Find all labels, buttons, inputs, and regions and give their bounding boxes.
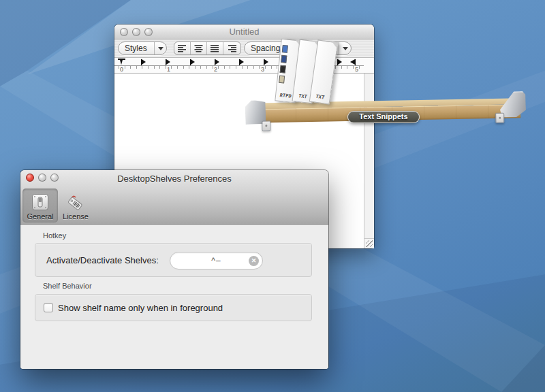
tab-stop-marker[interactable] (215, 59, 215, 65)
align-center-button[interactable] (191, 42, 207, 54)
hotkey-input[interactable]: ^– ✕ (170, 252, 263, 270)
ruler-number: 5 (355, 66, 358, 73)
minimize-button[interactable] (38, 174, 46, 182)
shelf-name-badge: Text Snippets (347, 111, 420, 123)
indent-marker[interactable] (118, 59, 125, 65)
behavior-section-heading: Shelf Behavior (43, 282, 92, 290)
textedit-titlebar[interactable]: Untitled (114, 24, 374, 39)
hotkey-groupbox: Activate/Deactivate Shelves: ^– ✕ (35, 243, 312, 277)
tab-stop-marker[interactable] (264, 59, 264, 65)
tab-stop-marker[interactable] (141, 59, 142, 65)
tab-general[interactable]: General (22, 189, 58, 223)
document-type-label: TXT (311, 93, 329, 101)
align-left-icon (178, 45, 187, 52)
window-title: DesktopShelves Preferences (20, 170, 328, 187)
rtfd-preview-strip (279, 45, 288, 84)
window-controls (120, 28, 153, 36)
desktop[interactable]: Untitled Styles (0, 0, 545, 392)
align-center-icon (194, 45, 203, 52)
preview-thumbnail (279, 76, 285, 84)
shelf-name-checkbox[interactable] (44, 303, 53, 312)
behavior-groupbox: Show shelf name only when in foreground (35, 294, 312, 321)
window-controls (26, 174, 59, 182)
align-right-icon (228, 45, 236, 52)
close-button[interactable] (26, 174, 34, 182)
ruler-number: 0 (120, 66, 123, 73)
preferences-toolbar: General (22, 189, 93, 223)
hotkey-value: ^– (211, 256, 221, 265)
align-right-button[interactable] (223, 42, 240, 54)
ruler-number: 1 (167, 66, 170, 73)
switch-icon (31, 193, 49, 211)
tab-stop-marker[interactable] (190, 59, 191, 65)
hotkey-row-label: Activate/Deactivate Shelves: (46, 255, 159, 265)
preferences-content: Hotkey Activate/Deactivate Shelves: ^– ✕… (20, 225, 328, 369)
window-title: Untitled (114, 24, 374, 39)
right-margin-marker[interactable] (355, 59, 356, 65)
hotkey-section-heading: Hotkey (43, 231, 66, 240)
shelf-wall-bracket (495, 113, 504, 123)
alignment-segmented-control (174, 42, 241, 55)
minimize-button[interactable] (132, 28, 140, 36)
preferences-window: DesktopShelves Preferences General (20, 170, 328, 369)
align-justify-button[interactable] (207, 42, 223, 54)
preferences-titlebar[interactable]: DesktopShelves Preferences General (20, 170, 328, 225)
resize-handle[interactable] (364, 238, 374, 248)
zoom-button[interactable] (144, 28, 153, 36)
preview-thumbnail (281, 55, 287, 63)
tab-stop-marker[interactable] (239, 59, 240, 65)
tab-license[interactable]: License (58, 189, 93, 223)
zoom-button[interactable] (50, 174, 59, 182)
align-left-button[interactable] (174, 42, 191, 54)
preview-thumbnail (280, 65, 286, 74)
tab-stop-marker[interactable] (166, 59, 166, 65)
align-justify-icon (211, 45, 219, 52)
dropdown-arrow-button (154, 42, 166, 54)
ruler-number: 3 (261, 66, 264, 73)
shelf-wall-bracket (262, 120, 270, 131)
ruler-number: 2 (214, 66, 217, 73)
clear-hotkey-button[interactable]: ✕ (249, 256, 259, 266)
styles-dropdown[interactable]: Styles (118, 42, 167, 55)
styles-dropdown-label: Styles (119, 44, 154, 53)
tag-icon (67, 193, 84, 211)
checkbox-label: Show shelf name only when in foreground (58, 303, 223, 313)
tab-label: License (63, 212, 89, 220)
chevron-down-icon (158, 47, 164, 50)
tab-label: General (27, 212, 53, 220)
close-button[interactable] (120, 28, 128, 36)
shelf-documents: RTFD TXT TXT (278, 38, 346, 106)
preview-thumbnail (282, 45, 288, 53)
